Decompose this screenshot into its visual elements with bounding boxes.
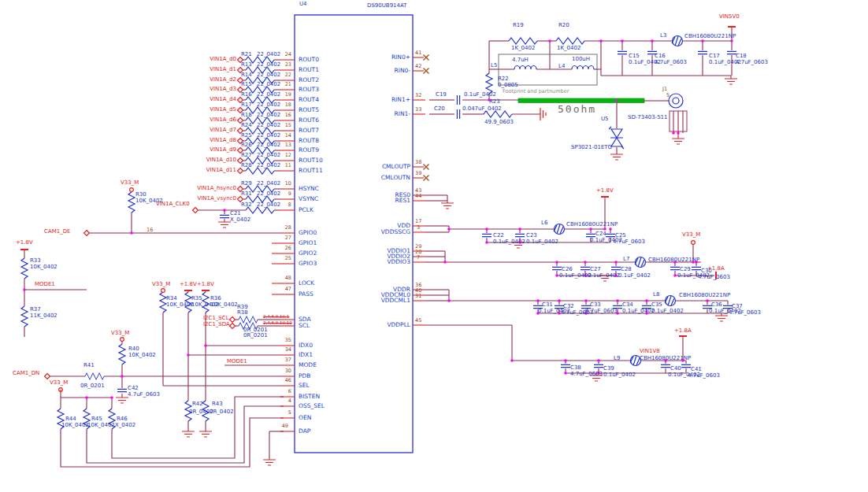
cap-value: 0.1uF_0402 (618, 273, 651, 279)
no-connect-marks (424, 55, 429, 181)
res-refdes: R43 (212, 401, 223, 408)
pin-number: 47 (276, 287, 291, 292)
pin-name: ROUT0 (299, 57, 319, 63)
cap-value: 4.7uF_0603 (128, 392, 160, 398)
ind-part: CBH16080U221NP (684, 34, 736, 40)
res-refdes: R15 (241, 82, 252, 88)
ic-part: DS90UB914AT (367, 3, 407, 9)
pin-number: 48 (276, 276, 291, 281)
pin-name: RIN1+ (377, 97, 410, 103)
res-refdes: R20 (558, 23, 569, 29)
cap-value: 0.1uF_0402 (493, 239, 525, 246)
pin-name: SCL (299, 323, 310, 329)
pin-name: GPIO1 (299, 240, 317, 246)
pin-name: VDDCML1 (377, 298, 410, 304)
pin-name: HSYNC (299, 186, 319, 192)
pin-number: 7 (417, 255, 420, 261)
pin-number: 45 (415, 318, 421, 324)
pin-number: 34 (276, 347, 291, 353)
res-refdes: R21 (241, 52, 252, 58)
pin-number: 38 (415, 160, 421, 165)
cap-value: 0.1uF_0402 (464, 92, 496, 98)
net-vin1a-hsync0: VIN1A_hsync0 (184, 186, 236, 192)
res-value: 0R_0402 (210, 409, 234, 416)
pin-name: CMLOUTN (377, 175, 410, 181)
net-v33m: V33_M (111, 331, 129, 337)
res-refdes: R17 (241, 102, 252, 109)
res-refdes: R23 (489, 99, 500, 105)
res-value: 10K_0402 (87, 423, 115, 429)
pin-name: ROUT2 (299, 77, 319, 83)
net-vin1a-d10: VIN1A_d10 (189, 157, 236, 164)
pin-name: LOCK (299, 280, 314, 287)
res-refdes: R31 (241, 191, 252, 198)
pin-name: OEN (299, 415, 311, 421)
res-refdes: R25 (241, 133, 252, 139)
pin-name: VSYNC (299, 196, 318, 202)
ind-refdes: L5 (491, 63, 497, 69)
conn-part: SD-73403-511 (628, 115, 668, 121)
res-value: 10K_0402 (210, 302, 238, 309)
pin-number: 10 (276, 181, 291, 187)
res-refdes: R19 (513, 23, 524, 29)
pin-name: ROUT8 (299, 138, 319, 144)
net-vin5v0: VIN5V0 (719, 14, 740, 20)
cap-value: 4.7uF_0603 (655, 60, 687, 66)
res-value: 0R_0201 (80, 383, 105, 390)
net-vin1a-d4: VIN1A_d4 (189, 97, 236, 103)
cap-value: 0.1uF_0402 (603, 372, 636, 379)
pin-number: 30 (276, 368, 291, 374)
pin-name: IDX0 (299, 342, 313, 349)
cap-value: X_0402 (230, 217, 250, 224)
pin-name: PCLK (299, 207, 313, 213)
ind-part: CBH16080U221NP (648, 257, 699, 264)
pin-name: DAP (299, 428, 310, 435)
cap-value: 0.1uF_0402 (622, 309, 655, 315)
net-vin1a-d1: VIN1A_d1 (189, 67, 236, 73)
net-cam1-dn: CAM1_DN (13, 371, 39, 377)
pin-name: GPIO2 (299, 250, 317, 257)
net-vin1a-d3: VIN1A_d3 (189, 87, 236, 93)
res-refdes: R27 (241, 153, 252, 159)
pin-name: ROUT7 (299, 128, 319, 134)
cap-value: 0.1uF_0402 (588, 273, 620, 279)
pin-number: 27 (276, 235, 291, 241)
net-vin1a-d8: VIN1A_d8 (189, 138, 236, 144)
cap-value: 4.7uF_0603 (585, 309, 618, 315)
pin-number: 4 (276, 398, 291, 404)
ind-refdes: L6 (541, 220, 547, 227)
res-refdes: R14 (241, 72, 252, 79)
net-vin1a-d9: VIN1A_d9 (189, 147, 236, 154)
pin-name: CMLOUTP (377, 164, 410, 170)
pin-number: 32 (415, 93, 421, 98)
net-1v8a: +1.8A (707, 266, 725, 272)
pin-number: 37 (276, 357, 291, 363)
ind-value: 100uH (572, 57, 590, 63)
tvs-refdes: U5 (601, 117, 609, 123)
cap-value: 0.047uF_0402 (462, 106, 502, 113)
pin-number: 31 (415, 294, 421, 299)
cap-value: 4.7uF_0603 (698, 275, 730, 281)
cap-value: 4.7uF_0603 (613, 239, 645, 246)
res-value: 10K_0402 (166, 302, 194, 309)
pin-number: 11 (276, 163, 291, 168)
res-refdes: R13 (241, 62, 252, 68)
res-value: 10K_0402 (30, 264, 57, 271)
res-refdes: R42 (192, 401, 203, 408)
pin-number: 6 (276, 389, 291, 394)
pin-number: 16 (276, 113, 291, 118)
res-refdes: R29 (241, 181, 252, 187)
pin-name: RIN1- (377, 111, 410, 117)
net-vin1a-vsync0: VIN1A_vsync0 (184, 196, 236, 202)
ic-refdes: U4 (299, 2, 307, 8)
net-v33m: V33_M (682, 232, 700, 239)
net-vin1a-d7: VIN1A_d7 (189, 128, 236, 134)
pin-number: 25 (276, 256, 291, 261)
pin-name: ROUT4 (299, 97, 319, 103)
ind-part: CBH16080U221NP (679, 293, 730, 299)
pin-number: 9 (276, 191, 291, 197)
res-value: 49.9_0603 (484, 120, 514, 126)
net-1v8: +1.8V (197, 282, 214, 288)
ind-part: CBH16080U221NP (566, 222, 618, 228)
net-v33m: V33_M (50, 380, 68, 387)
